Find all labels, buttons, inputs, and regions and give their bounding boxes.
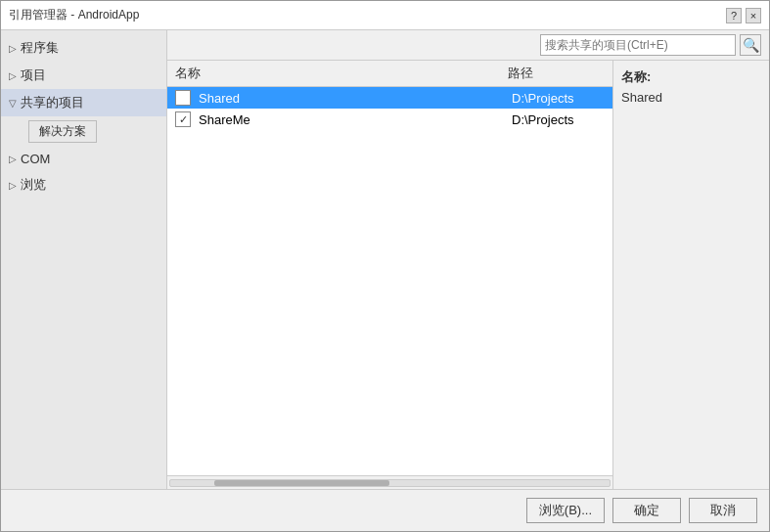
ok-button[interactable]: 确定 [612,498,681,523]
sidebar-item-projects[interactable]: ▷ 项目 [1,62,166,89]
sidebar-item-com[interactable]: ▷ COM [1,147,166,171]
search-bar: 🔍 [167,30,769,61]
search-icon: 🔍 [743,37,759,53]
right-panel: 名称: Shared [612,61,769,489]
window-title: 引用管理器 - AndroidApp [9,7,139,23]
col-path-header: 路径 [508,65,605,82]
search-input[interactable] [540,34,736,56]
help-button[interactable]: ? [726,8,742,23]
solution-button[interactable]: 解决方案 [28,120,97,143]
content-area: ▷ 程序集 ▷ 项目 ▽ 共享的项目 解决方案 ▷ COM ▷ 浏览 [1,30,769,489]
cancel-button[interactable]: 取消 [689,498,757,523]
main-center: 名称 路径 Shared D:\Projects ShareMe [167,61,769,489]
row-path-2: D:\Projects [512,112,605,127]
sidebar-item-shared-label: 共享的项目 [21,94,84,111]
row-name-2: ShareMe [199,112,512,127]
table-header: 名称 路径 [167,61,612,87]
footer: 浏览(B)... 确定 取消 [1,489,769,531]
sidebar-item-com-label: COM [21,152,50,166]
horizontal-scrollbar[interactable] [167,475,612,489]
sidebar-item-solution[interactable]: 解决方案 [1,116,166,147]
sidebar-item-projects-label: 项目 [21,66,46,84]
sidebar-item-shared[interactable]: ▽ 共享的项目 [1,89,166,116]
row-name-1: Shared [199,91,512,106]
title-bar: 引用管理器 - AndroidApp ? × [1,1,769,30]
main-content: 🔍 名称 路径 Shared [167,30,769,489]
arrow-icon: ▷ [9,70,17,81]
search-button[interactable]: 🔍 [740,34,761,56]
scrollbar-track[interactable] [169,479,611,487]
table-area: 名称 路径 Shared D:\Projects ShareMe [167,61,612,489]
table-row[interactable]: Shared D:\Projects [167,87,612,109]
col-name-header: 名称 [175,65,508,82]
arrow-icon: ▷ [9,154,17,164]
sidebar-item-assemblies-label: 程序集 [21,39,59,57]
sidebar-item-assemblies[interactable]: ▷ 程序集 [1,34,166,62]
right-panel-value: Shared [621,90,761,105]
sidebar: ▷ 程序集 ▷ 项目 ▽ 共享的项目 解决方案 ▷ COM ▷ 浏览 [1,30,167,489]
arrow-icon: ▷ [9,180,17,191]
title-bar-controls: ? × [726,8,761,23]
title-bar-left: 引用管理器 - AndroidApp [9,7,139,23]
row-checkbox-2[interactable] [175,111,191,127]
table-body: Shared D:\Projects ShareMe D:\Projects [167,87,612,475]
right-panel-title: 名称: [621,68,761,86]
row-path-1: D:\Projects [512,91,605,106]
dialog: 引用管理器 - AndroidApp ? × ▷ 程序集 ▷ 项目 ▽ 共享的项… [0,0,770,532]
sidebar-item-browse[interactable]: ▷ 浏览 [1,171,166,199]
close-button[interactable]: × [746,8,761,23]
table-row[interactable]: ShareMe D:\Projects [167,109,612,130]
arrow-icon: ▷ [9,43,17,54]
sidebar-item-browse-label: 浏览 [21,176,46,194]
browse-button[interactable]: 浏览(B)... [526,498,605,523]
row-checkbox-1[interactable] [175,90,191,106]
arrow-icon: ▽ [9,98,17,109]
scrollbar-thumb[interactable] [214,480,390,486]
